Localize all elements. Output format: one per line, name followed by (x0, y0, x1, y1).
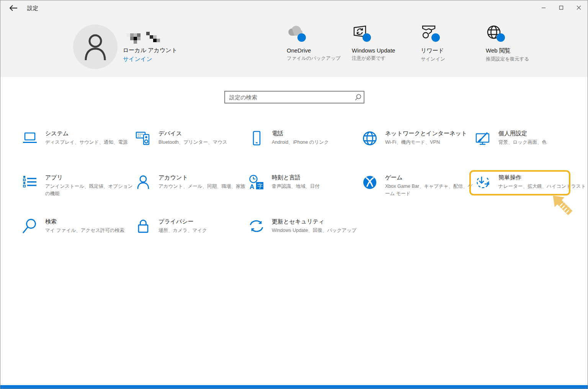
svg-text:A: A (250, 183, 254, 190)
tile-gaming[interactable]: ゲーム Xbox Game Bar、キャプチャ、配信、ゲーム モード (361, 174, 475, 218)
tile-description: ディスプレイ、サウンド、通知、電源 (45, 139, 135, 146)
status-dot (297, 33, 306, 42)
settings-category-grid: システム ディスプレイ、サウンド、通知、電源 デバイス Bluetooth、プリ… (21, 130, 588, 262)
network-globe-icon (361, 130, 378, 147)
tile-privacy[interactable]: プライバシー 場所、カメラ、マイク (135, 218, 248, 262)
tile-title: 時刻と言語 (272, 174, 361, 181)
quick-status-text: サインイン (421, 56, 445, 62)
quick-status-label: Web 閲覧 (486, 47, 511, 54)
tile-title: アカウント (158, 174, 248, 181)
personalization-icon (475, 130, 492, 147)
tile-apps[interactable]: アプリ アンインストール、既定値、オプションの機能 (21, 174, 135, 218)
close-button[interactable] (570, 0, 588, 15)
tile-title: 個人用設定 (498, 130, 588, 137)
tile-update-security[interactable]: 更新とセキュリティ Windows Update、回復、バックアップ (248, 218, 361, 262)
page-title: 設定 (27, 5, 38, 12)
quick-status-rewards[interactable]: リワード サインイン (421, 24, 445, 62)
title-bar: 設定 (0, 0, 588, 16)
tile-title: システム (45, 130, 135, 137)
maximize-button[interactable] (552, 0, 570, 15)
tile-description: Android、iPhone のリンク (272, 139, 361, 146)
tile-title: ネットワークとインターネット (385, 130, 475, 137)
devices-icon (135, 130, 152, 147)
tile-description: アカウント、メール、同期、職場、家族 (158, 183, 248, 190)
status-dot (497, 33, 505, 42)
tile-description: アンインストール、既定値、オプションの機能 (45, 183, 135, 198)
settings-search-box (224, 91, 364, 103)
lock-icon (135, 218, 152, 235)
ease-of-access-icon (475, 174, 492, 191)
phone-icon (248, 130, 265, 147)
search-input[interactable] (225, 94, 352, 100)
tile-title: アプリ (45, 174, 135, 181)
signin-link[interactable]: サインイン (123, 56, 152, 63)
quick-status-label: リワード (421, 47, 444, 54)
search-icon[interactable] (352, 94, 364, 100)
taskbar-edge (0, 385, 588, 389)
window-controls (535, 0, 588, 15)
back-arrow-icon (9, 5, 18, 11)
tile-system[interactable]: システム ディスプレイ、サウンド、通知、電源 (21, 130, 135, 174)
tile-phone[interactable]: 電話 Android、iPhone のリンク (248, 130, 361, 174)
quick-status-text: ファイルのバックアップ (287, 55, 341, 62)
tile-title: 電話 (272, 130, 361, 137)
quick-status-label: OneDrive (287, 47, 311, 54)
apps-list-icon (21, 174, 38, 191)
account-name-redacted (123, 32, 165, 44)
tile-network[interactable]: ネットワークとインターネット Wi-Fi、機内モード、VPN (361, 130, 475, 174)
quick-status-onedrive[interactable]: OneDrive ファイルのバックアップ (287, 24, 341, 62)
tile-title: 更新とセキュリティ (272, 218, 361, 225)
tile-description: 背景、ロック画面、色 (498, 139, 588, 146)
minimize-button[interactable] (535, 0, 552, 15)
tile-description: Bluetooth、プリンター、マウス (158, 139, 248, 146)
time-language-icon: A 字 (248, 174, 265, 191)
tile-title: 検索 (45, 218, 135, 225)
tile-description: 音声認識、地域、日付 (272, 183, 361, 190)
quick-status-windows-update[interactable]: Windows Update 注意が必要です (352, 24, 395, 62)
account-type-label: ローカル アカウント (123, 47, 177, 54)
tile-description: ナレーター、拡大鏡、ハイコントラスト (498, 183, 588, 190)
sync-icon (248, 218, 265, 235)
status-dot (431, 33, 440, 42)
person-icon (135, 174, 152, 191)
quick-status-web-browsing[interactable]: Web 閲覧 推奨設定を復元する (486, 24, 529, 62)
person-icon (82, 33, 109, 61)
hero-header: 設定 (0, 0, 588, 77)
tile-accounts[interactable]: アカウント アカウント、メール、同期、職場、家族 (135, 174, 248, 218)
search-icon (21, 218, 38, 235)
status-dot (363, 33, 371, 42)
tile-title: ゲーム (385, 174, 475, 181)
laptop-icon (21, 130, 38, 147)
tile-search[interactable]: 検索 マイ ファイル、アクセス許可の検索 (21, 218, 135, 262)
xbox-icon (361, 174, 378, 191)
quick-status-label: Windows Update (352, 47, 395, 54)
tile-ease-of-access[interactable]: 簡単操作 ナレーター、拡大鏡、ハイコントラスト (475, 174, 588, 218)
tile-time-language[interactable]: A 字 時刻と言語 音声認識、地域、日付 (248, 174, 361, 218)
tile-devices[interactable]: デバイス Bluetooth、プリンター、マウス (135, 130, 248, 174)
avatar[interactable] (73, 25, 118, 69)
tile-description: Xbox Game Bar、キャプチャ、配信、ゲーム モード (385, 183, 475, 198)
tile-description: Wi-Fi、機内モード、VPN (385, 139, 475, 146)
quick-status-text: 注意が必要です (352, 55, 385, 62)
tile-description: マイ ファイル、アクセス許可の検索 (45, 227, 135, 234)
tile-personalization[interactable]: 個人用設定 背景、ロック画面、色 (475, 130, 588, 174)
tile-description: Windows Update、回復、バックアップ (272, 227, 361, 234)
tile-description: 場所、カメラ、マイク (158, 227, 248, 234)
tile-title: プライバシー (158, 218, 248, 225)
tile-title: デバイス (158, 130, 248, 137)
quick-status-text: 推奨設定を復元する (486, 56, 529, 62)
tile-title: 簡単操作 (498, 174, 588, 181)
back-button[interactable] (6, 3, 21, 13)
svg-text:字: 字 (257, 183, 263, 189)
